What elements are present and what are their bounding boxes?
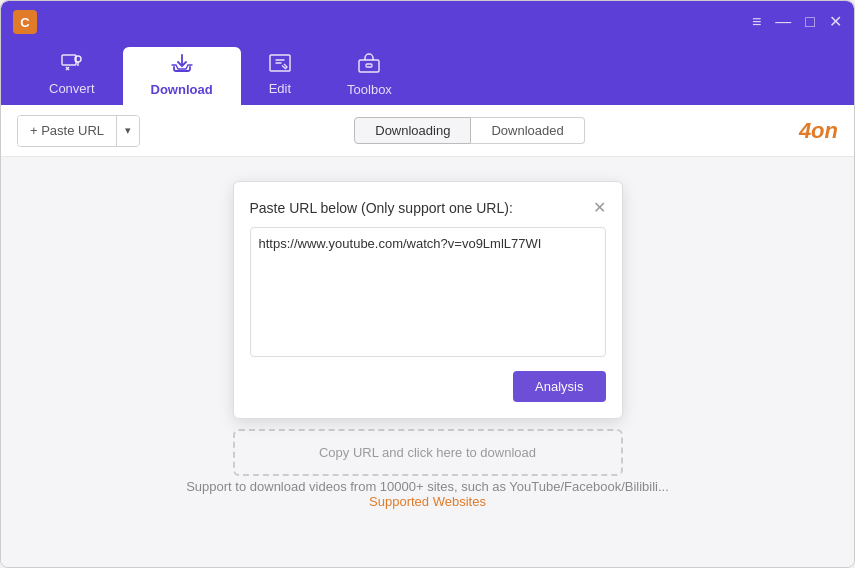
url-input[interactable]: https://www.youtube.com/watch?v=vo9LmlL7… [250, 227, 606, 357]
analysis-button[interactable]: Analysis [513, 371, 605, 402]
footer-info: Support to download videos from 10000+ s… [1, 479, 854, 509]
downloaded-tab-button[interactable]: Downloaded [471, 117, 584, 144]
tab-download-label: Download [151, 82, 213, 97]
drop-zone-text: Copy URL and click here to download [319, 445, 536, 460]
paste-url-button[interactable]: + Paste URL [18, 116, 116, 146]
tab-edit-label: Edit [269, 81, 291, 96]
tab-download[interactable]: Download [123, 47, 241, 105]
nav-tabs: Convert Download Edit [1, 43, 854, 105]
paste-url-dropdown[interactable]: ▾ [116, 116, 139, 146]
url-dialog-title: Paste URL below (Only support one URL): [250, 200, 513, 216]
svg-rect-4 [366, 64, 372, 67]
title-bar: C ≡ — □ ✕ [1, 1, 854, 43]
content-area: Paste URL below (Only support one URL): … [1, 157, 854, 568]
svg-rect-3 [359, 60, 379, 72]
toolbar: + Paste URL ▾ Downloading Downloaded 4on [1, 105, 854, 157]
footer-info-text: Support to download videos from 10000+ s… [1, 479, 854, 494]
url-dialog-close-button[interactable]: ✕ [593, 198, 606, 217]
url-dialog-header: Paste URL below (Only support one URL): … [250, 198, 606, 217]
svg-rect-0 [62, 55, 76, 65]
supported-websites-link[interactable]: Supported Websites [369, 494, 486, 509]
paste-url-group: + Paste URL ▾ [17, 115, 140, 147]
convert-icon [61, 54, 83, 77]
tab-edit[interactable]: Edit [241, 47, 319, 105]
main-content: Paste URL below (Only support one URL): … [1, 157, 854, 568]
tab-convert[interactable]: Convert [21, 47, 123, 105]
downloading-tab-button[interactable]: Downloading [354, 117, 471, 144]
edit-icon [269, 54, 291, 77]
tab-convert-label: Convert [49, 81, 95, 96]
app-logo: C [13, 10, 37, 34]
download-icon [171, 53, 193, 78]
toolbox-icon [358, 53, 380, 78]
brand-logo: 4on [799, 118, 838, 144]
maximize-button[interactable]: □ [805, 14, 815, 30]
window-controls: ≡ — □ ✕ [752, 14, 842, 30]
minimize-button[interactable]: — [775, 14, 791, 30]
drop-zone[interactable]: Copy URL and click here to download [233, 429, 623, 476]
menu-icon[interactable]: ≡ [752, 14, 761, 30]
tab-toolbox-label: Toolbox [347, 82, 392, 97]
download-tab-buttons: Downloading Downloaded [354, 117, 584, 144]
tab-toolbox[interactable]: Toolbox [319, 47, 420, 105]
close-button[interactable]: ✕ [829, 14, 842, 30]
url-dialog: Paste URL below (Only support one URL): … [233, 181, 623, 419]
